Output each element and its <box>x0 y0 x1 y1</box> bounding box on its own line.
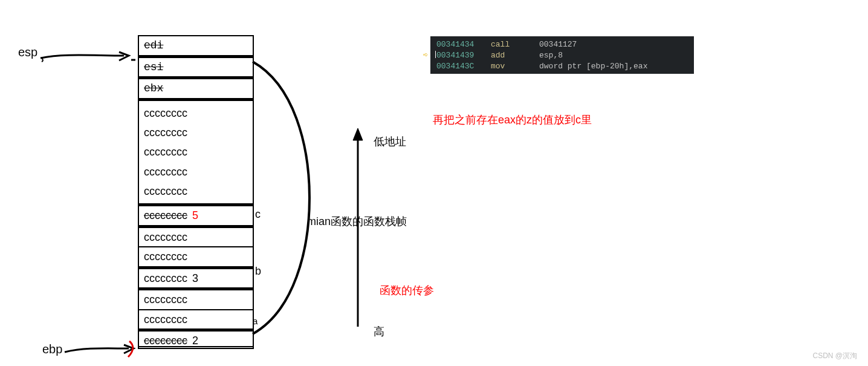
row-b: cccccccc3 <box>139 269 253 291</box>
asm-line: 00341439addesp,8 <box>436 50 690 60</box>
row-mid4: cccccccc <box>139 310 253 332</box>
row-mid3: cccccccc <box>139 290 253 310</box>
row-ebx: ebx <box>139 79 253 101</box>
address-axis <box>351 127 369 333</box>
note-eax-to-c: 再把之前存在eax的z的值放到c里 <box>433 113 592 127</box>
svg-marker-1 <box>353 128 363 140</box>
watermark: CSDN @溟洵 <box>812 351 857 361</box>
esp-arrow <box>39 47 133 64</box>
row-mid1: cccccccc <box>139 228 253 248</box>
row-mid2: cccccccc <box>139 247 253 269</box>
tick <box>131 57 138 63</box>
ebp-label: ebp <box>42 342 62 356</box>
row-edi: edi <box>139 36 253 58</box>
esp-label: esp <box>18 45 37 59</box>
current-line-arrow-icon: ➪ <box>423 50 428 60</box>
note-param: 函数的传参 <box>380 283 434 298</box>
ebp-red-hook <box>126 339 139 360</box>
row-c: cccccccc5 <box>139 206 253 228</box>
ebp-arrow <box>63 341 136 358</box>
asm-line: 00341434call00341127 <box>436 39 690 50</box>
high-addr-label: 高 <box>374 324 384 339</box>
stack-bracket <box>251 60 312 335</box>
stack-table: edi esi ebx cccccccc cccccccc cccccccc c… <box>138 35 254 349</box>
low-addr-label: 低地址 <box>374 134 406 149</box>
asm-line: 0034143Cmovdword ptr [ebp-20h],eax <box>436 60 690 71</box>
disassembly-block: ➪ 00341434call00341127 00341439addesp,8 … <box>430 36 694 74</box>
cc-block-top: cccccccc cccccccc cccccccc cccccccc cccc… <box>139 101 253 207</box>
text-caret <box>435 51 436 58</box>
stack-footer-pad <box>138 335 254 347</box>
row-esi: esi <box>139 58 253 80</box>
